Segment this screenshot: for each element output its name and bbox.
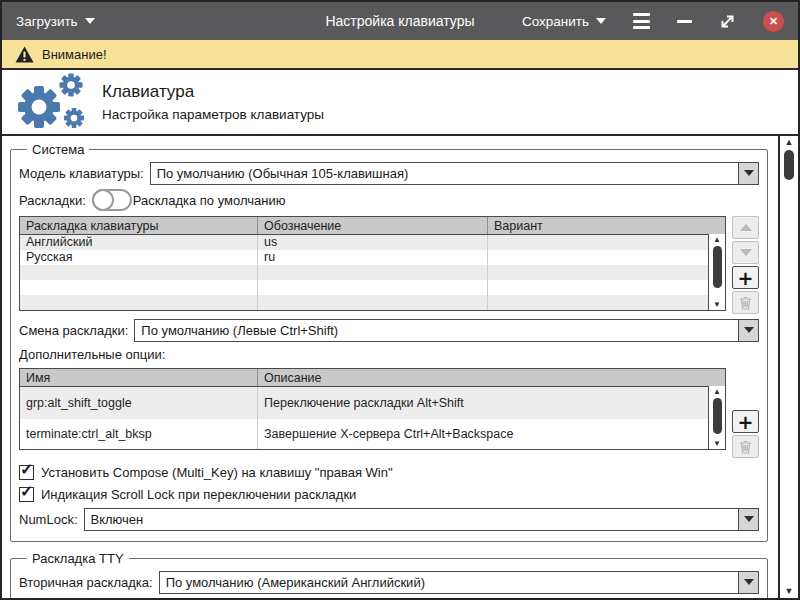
layout-table-buttons: +	[732, 216, 759, 314]
dropdown-arrow-icon[interactable]	[738, 320, 758, 341]
scrollbar-thumb[interactable]	[784, 150, 794, 180]
table-row[interactable]: Русская ru	[20, 250, 725, 265]
scrollbar-thumb[interactable]	[713, 246, 722, 288]
table-row[interactable]: terminate:ctrl_alt_bksp Завершение X-сер…	[20, 419, 725, 449]
tty-group-legend: Раскладка TTY	[27, 551, 129, 566]
numlock-value: Включен	[85, 509, 738, 530]
options-table-header: Имя Описание	[20, 369, 725, 387]
scroll-up-icon[interactable]: ▲	[713, 234, 721, 245]
scrolllock-checkbox[interactable]: ✓	[19, 487, 34, 502]
layout-switch-select[interactable]: По умолчанию (Левые Ctrl+Shift)	[134, 319, 759, 342]
layout-switch-value: По умолчанию (Левые Ctrl+Shift)	[135, 320, 738, 341]
titlebar: Загрузить Настройка клавиатуры Сохранить…	[2, 2, 798, 40]
system-group-legend: Система	[27, 142, 89, 157]
numlock-row: NumLock: Включен	[19, 506, 759, 532]
scrolllock-checkbox-label: Индикация Scroll Lock при переключении р…	[41, 487, 356, 502]
column-header: Обозначение	[258, 217, 488, 234]
table-row-empty[interactable]	[20, 280, 725, 295]
secondary-layout-value: По умолчанию (Американский Английский)	[160, 572, 738, 593]
move-down-icon	[740, 249, 752, 256]
add-icon: +	[738, 413, 754, 431]
warning-text: Внимание!	[42, 47, 107, 62]
compose-checkbox[interactable]: ✓	[19, 465, 34, 480]
dropdown-arrow-icon[interactable]	[738, 509, 758, 530]
default-layout-toggle-label: Раскладка по умолчанию	[133, 193, 286, 208]
column-header: Описание	[258, 369, 725, 386]
secondary-layout-select[interactable]: По умолчанию (Американский Английский)	[159, 571, 759, 594]
layouts-label: Раскладки:	[19, 193, 86, 208]
tty-group: Раскладка TTY Вторичная раскладка: По ум…	[10, 551, 768, 598]
layout-switch-label: Смена раскладки:	[19, 323, 128, 338]
load-menu-label: Загрузить	[16, 14, 78, 29]
table-row[interactable]: Английский us	[20, 235, 725, 250]
scroll-up-icon[interactable]: ▲	[713, 386, 721, 397]
move-up-icon	[740, 224, 752, 231]
column-header: Раскладка клавиатуры	[20, 217, 258, 234]
delete-option-button[interactable]	[732, 435, 759, 458]
check-icon: ✓	[20, 482, 33, 501]
options-table-zone: Имя Описание grp:alt_shift_toggle Перекл…	[19, 368, 759, 458]
move-down-button[interactable]	[732, 241, 759, 264]
layout-table: Раскладка клавиатуры Обозначение Вариант…	[19, 216, 726, 311]
page-subtitle: Настройка параметров клавиатуры	[102, 107, 324, 122]
minimize-button[interactable]	[677, 20, 692, 23]
warning-icon	[15, 46, 34, 63]
chevron-down-icon	[596, 18, 606, 24]
options-table: Имя Описание grp:alt_shift_toggle Перекл…	[19, 368, 726, 450]
chevron-down-icon	[85, 18, 95, 24]
menu-icon[interactable]	[633, 13, 650, 29]
system-group: Система Модель клавиатуры: По умолчанию …	[10, 142, 768, 542]
secondary-layout-label: Вторичная раскладка:	[19, 575, 153, 590]
scroll-up-icon[interactable]: ▲	[785, 136, 794, 149]
table-row-empty[interactable]	[20, 265, 725, 280]
check-icon: ✓	[20, 460, 33, 479]
compose-checkbox-row: ✓ Установить Compose (Multi_Key) на клав…	[19, 461, 759, 483]
warning-banner: Внимание!	[2, 40, 798, 70]
default-layout-toggle[interactable]	[92, 189, 132, 211]
layout-table-scrollbar[interactable]: ▲ ▼	[708, 234, 725, 310]
table-row[interactable]: grp:alt_shift_toggle Переключение раскла…	[20, 387, 725, 419]
scroll-down-icon[interactable]: ▼	[713, 299, 721, 310]
maximize-button[interactable]	[719, 13, 736, 30]
add-icon: +	[738, 269, 754, 287]
layout-table-header: Раскладка клавиатуры Обозначение Вариант	[20, 217, 725, 235]
table-row-empty[interactable]	[20, 295, 725, 310]
move-up-button[interactable]	[732, 216, 759, 239]
delete-icon	[739, 296, 752, 310]
keyboard-model-value: По умолчанию (Обычная 105-клавишная)	[151, 163, 738, 184]
numlock-select[interactable]: Включен	[84, 508, 759, 531]
dropdown-arrow-icon[interactable]	[738, 163, 758, 184]
extra-options-label: Дополнительные опции:	[19, 347, 759, 365]
toggle-knob	[92, 189, 114, 211]
keyboard-settings-window: Загрузить Настройка клавиатуры Сохранить…	[0, 0, 800, 600]
save-menu-button[interactable]: Сохранить	[522, 14, 606, 29]
column-header: Имя	[20, 369, 258, 386]
layout-table-zone: Раскладка клавиатуры Обозначение Вариант…	[19, 216, 759, 314]
compose-checkbox-label: Установить Compose (Multi_Key) на клавиш…	[41, 465, 393, 480]
settings-form: Система Модель клавиатуры: По умолчанию …	[2, 136, 778, 598]
column-header: Вариант	[488, 217, 725, 234]
load-menu-button[interactable]: Загрузить	[16, 14, 95, 29]
add-layout-button[interactable]: +	[732, 266, 759, 289]
main-scrollbar[interactable]: ▲ ▼	[778, 136, 798, 598]
layout-switch-row: Смена раскладки: По умолчанию (Левые Ctr…	[19, 317, 759, 343]
keyboard-model-row: Модель клавиатуры: По умолчанию (Обычная…	[19, 160, 759, 186]
keyboard-model-label: Модель клавиатуры:	[19, 166, 144, 181]
close-button[interactable]: ✕	[763, 11, 784, 32]
keyboard-model-select[interactable]: По умолчанию (Обычная 105-клавишная)	[150, 162, 759, 185]
delete-icon	[739, 440, 752, 454]
layouts-row: Раскладки: Раскладка по умолчанию	[19, 187, 759, 213]
add-option-button[interactable]: +	[732, 410, 759, 433]
dropdown-arrow-icon[interactable]	[738, 572, 758, 593]
scroll-down-icon[interactable]: ▼	[713, 438, 721, 449]
options-table-scrollbar[interactable]: ▲ ▼	[708, 386, 725, 449]
app-icon	[8, 72, 94, 132]
page-header: Клавиатура Настройка параметров клавиату…	[2, 70, 798, 136]
page-title: Клавиатура	[102, 82, 324, 102]
delete-layout-button[interactable]	[732, 291, 759, 314]
scrollbar-thumb[interactable]	[713, 398, 722, 434]
save-menu-label: Сохранить	[522, 14, 589, 29]
options-table-buttons: +	[732, 410, 759, 458]
secondary-layout-row: Вторичная раскладка: По умолчанию (Амери…	[19, 569, 759, 595]
scroll-down-icon[interactable]: ▼	[785, 585, 794, 598]
